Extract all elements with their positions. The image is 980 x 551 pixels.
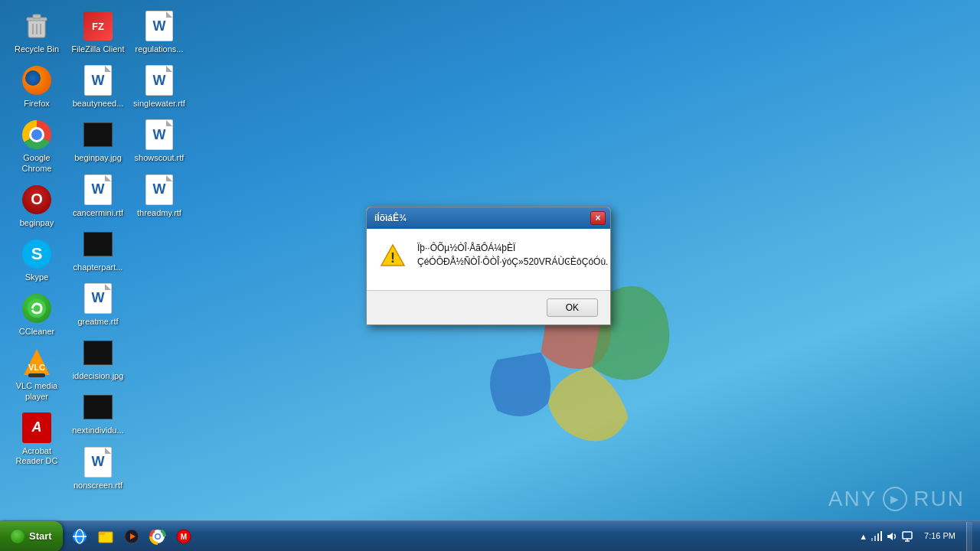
- desktop-icon-chapterpart[interactable]: chapterpart...: [67, 224, 129, 277]
- nonscreen-icon: [83, 447, 113, 478]
- svg-rect-9: [28, 373, 45, 377]
- desktop-icon-area: Recycle Bin Firefox Google Chrome O begi…: [0, 0, 196, 520]
- svg-rect-25: [871, 538, 873, 541]
- desktop-icon-regulations[interactable]: regulations...: [129, 6, 190, 59]
- taskbar-ie-icon[interactable]: [67, 524, 92, 549]
- show-desktop-button[interactable]: [966, 522, 972, 551]
- desktop-icon-greatme[interactable]: greatme.rtf: [67, 279, 129, 331]
- iddecision-icon: [83, 337, 113, 368]
- desktop-icon-recycle-bin[interactable]: Recycle Bin: [6, 6, 67, 59]
- desktop-icon-firefox[interactable]: Firefox: [6, 60, 67, 113]
- tray-expand-icon[interactable]: ▲: [859, 532, 867, 541]
- svg-rect-28: [880, 531, 882, 541]
- start-button[interactable]: Start: [0, 521, 63, 552]
- desktop-icon-vlc[interactable]: VLC VLC media player: [6, 343, 67, 406]
- greatme-label: greatme.rtf: [77, 317, 118, 327]
- skype-label: Skype: [25, 272, 49, 282]
- regulations-icon: [144, 11, 175, 41]
- beginpay-icon: [83, 119, 113, 150]
- dialog-body: ! Ïþ··ÔÕµ½ÒÎ·ÅãÔÁ¼þÈÏ ÇéÓÔÐÅ½ÑÒÎ·ÔÒÎ·ýóÇ…: [367, 229, 610, 290]
- singlewater-label: singlewater.rtf: [133, 99, 185, 109]
- opera-icon: O: [21, 184, 52, 215]
- desktop-icon-showscout[interactable]: showscout.rtf: [129, 115, 190, 168]
- dialog-footer: OK: [367, 290, 610, 324]
- system-clock[interactable]: 7:16 PM: [920, 530, 960, 542]
- anyrun-watermark: ANY ▶ RUN: [828, 487, 965, 511]
- desktop-icon-nonscreen[interactable]: nonscreen.rtf: [67, 442, 129, 495]
- chrome-label: Google Chrome: [9, 153, 64, 173]
- nextindividu-label: nextindividu...: [72, 425, 123, 435]
- taskbar-mbam-icon[interactable]: M: [172, 524, 196, 549]
- regulations-label: regulations...: [136, 44, 184, 54]
- sys-tray: ▲: [859, 530, 913, 543]
- taskbar-right: ▲ 7:16 PM: [851, 521, 980, 552]
- dialog-title: íÍõìáÊ¾: [374, 213, 407, 223]
- svg-rect-26: [874, 536, 876, 541]
- desktop-icon-acrobat[interactable]: A Acrobat Reader DC: [6, 408, 67, 471]
- firefox-label: Firefox: [24, 99, 50, 109]
- opera-label: beginpay: [20, 218, 54, 228]
- svg-point-22: [155, 534, 159, 538]
- action-center-icon: [901, 530, 913, 543]
- acrobat-icon: A: [21, 412, 52, 443]
- dialog-close-button[interactable]: ×: [590, 211, 606, 225]
- taskbar: Start M ▲: [0, 520, 980, 551]
- acrobat-label: Acrobat Reader DC: [9, 446, 64, 466]
- dialog-ok-button[interactable]: OK: [547, 298, 598, 317]
- cancermini-icon: [83, 174, 113, 205]
- vlc-icon: VLC: [21, 347, 52, 378]
- anyrun-text-run: RUN: [913, 487, 965, 511]
- chrome-icon: [21, 119, 52, 150]
- desktop-icon-threadmy[interactable]: threadmy.rtf: [129, 170, 190, 223]
- ccleaner-label: CCleaner: [19, 327, 54, 337]
- anyrun-text-any: ANY: [828, 487, 877, 511]
- volume-icon: [886, 530, 898, 543]
- singlewater-icon: [144, 65, 175, 96]
- dialog-message-line2: ÇéÓÔÐÅ½ÑÒÎ·ÔÒÎ·ýóÇ»520VRÁÙϾÈôÇóÓù.: [417, 256, 608, 267]
- svg-rect-27: [877, 533, 879, 541]
- vlc-label: VLC media player: [9, 381, 64, 401]
- threadmy-icon: [144, 174, 175, 205]
- svg-rect-17: [99, 532, 105, 535]
- greatme-icon: [83, 283, 113, 314]
- taskbar-pinned-icons: M: [63, 524, 201, 549]
- ccleaner-icon: [21, 293, 52, 324]
- recycle-bin-icon: [21, 11, 52, 41]
- desktop-icon-chrome[interactable]: Google Chrome: [6, 115, 67, 178]
- nonscreen-label: nonscreen.rtf: [74, 481, 122, 491]
- desktop-icon-ccleaner[interactable]: CCleaner: [6, 289, 67, 341]
- nextindividu-icon: [83, 392, 113, 422]
- desktop-icon-nextindividu[interactable]: nextindividu...: [67, 387, 129, 440]
- showscout-label: showscout.rtf: [135, 153, 185, 163]
- threadmy-label: threadmy.rtf: [137, 208, 181, 218]
- beginpay-label: beginpay.jpg: [74, 153, 122, 163]
- clock-time: 7:16 PM: [924, 530, 956, 542]
- taskbar-chrome-icon[interactable]: [145, 524, 170, 549]
- desktop-icon-opera[interactable]: O beginpay: [6, 180, 67, 233]
- taskbar-wmp-icon[interactable]: [119, 524, 144, 549]
- desktop-icon-filezilla[interactable]: FZ FileZilla Client: [67, 6, 129, 59]
- desktop-icon-cancermini[interactable]: cancermini.rtf: [67, 170, 129, 223]
- beautyneed-label: beautyneed...: [73, 99, 124, 109]
- svg-text:!: !: [390, 250, 395, 266]
- desktop-icon-skype[interactable]: S Skype: [6, 234, 67, 287]
- svg-text:VLC: VLC: [28, 363, 45, 372]
- network-icon: [871, 530, 883, 543]
- close-icon: ×: [595, 213, 600, 223]
- start-orb-icon: [11, 530, 24, 543]
- desktop-icon-beautyneed[interactable]: beautyneed...: [67, 60, 129, 113]
- warning-icon: !: [379, 243, 407, 270]
- error-dialog: íÍõìáÊ¾ × ! Ïþ··ÔÕµ½ÒÎ·ÅãÔÁ¼þÈÏ ÇéÓÔÐÅ½Ñ…: [366, 207, 611, 325]
- anyrun-play-icon: ▶: [883, 487, 907, 511]
- chapterpart-icon: [83, 229, 113, 259]
- desktop-icon-iddecision[interactable]: iddecision.jpg: [67, 333, 129, 386]
- svg-marker-29: [887, 533, 893, 540]
- recycle-bin-label: Recycle Bin: [15, 44, 59, 54]
- filezilla-icon: FZ: [83, 11, 113, 41]
- firefox-icon: [21, 65, 52, 96]
- desktop-icon-singlewater[interactable]: singlewater.rtf: [129, 60, 190, 113]
- taskbar-explorer-icon[interactable]: [93, 524, 118, 549]
- desktop-icon-beginpay[interactable]: beginpay.jpg: [67, 115, 129, 168]
- dialog-message-line1: Ïþ··ÔÕµ½ÒÎ·ÅãÔÁ¼þÈÏ: [417, 243, 515, 253]
- svg-rect-30: [903, 532, 912, 539]
